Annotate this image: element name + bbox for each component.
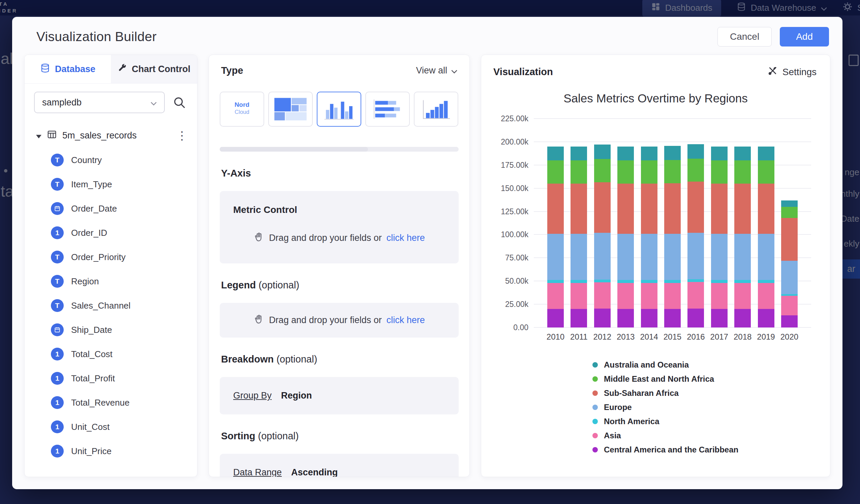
table-tree-item[interactable]: 5m_sales_records ⋮: [25, 120, 197, 148]
field-item-country[interactable]: TCountry: [25, 148, 197, 172]
bar-segment: [711, 283, 728, 309]
legend-item[interactable]: Europe: [592, 402, 830, 412]
collapse-caret-icon[interactable]: [36, 130, 41, 141]
field-item-region[interactable]: TRegion: [25, 269, 197, 293]
metric-control-title: Metric Control: [233, 204, 445, 215]
legend-item[interactable]: Central America and the Caribbean: [592, 445, 830, 455]
field-item-order_priority[interactable]: TOrder_Priority: [25, 245, 197, 269]
sorting-row[interactable]: Data Range Ascending: [220, 454, 459, 477]
legend-label: Central America and the Caribbean: [604, 445, 739, 455]
breakdown-group-by-row[interactable]: Group By Region: [220, 377, 459, 414]
field-label: Total_Cost: [71, 349, 113, 359]
add-button[interactable]: Add: [780, 27, 829, 46]
tools-icon: [768, 66, 778, 78]
drop-hint-text: Drag and drop your fields or: [269, 315, 382, 326]
field-item-unit_price[interactable]: 1Unit_Price: [25, 439, 197, 463]
drop-hint-text: Drag and drop your fields or: [269, 233, 382, 243]
bar-segment: [664, 146, 681, 160]
kebab-menu-icon[interactable]: ⋮: [176, 131, 188, 140]
bar-2013: [617, 146, 634, 328]
sorting-row-label[interactable]: Data Range: [233, 467, 282, 477]
metric-drop-zone[interactable]: Metric Control Drag and drop your fields…: [220, 191, 459, 263]
field-item-sales_channel[interactable]: TSales_Channel: [25, 293, 197, 318]
legend-item[interactable]: Asia: [592, 431, 830, 441]
legend-item[interactable]: North America: [592, 416, 830, 427]
number-type-icon: 1: [51, 226, 64, 239]
grouped-bar-chart-icon: [322, 97, 356, 121]
field-label: Order_Date: [71, 203, 117, 214]
view-all-dropdown[interactable]: View all: [416, 66, 457, 76]
field-item-ship_date[interactable]: Ship_Date: [25, 318, 197, 342]
chart-plot: [534, 119, 811, 328]
chart-type-grouped-bar-chart[interactable]: [317, 92, 361, 127]
bar-segment: [687, 282, 704, 308]
drag-hand-icon: [254, 314, 264, 327]
legend-drop-zone[interactable]: Drag and drop your fields or click here: [220, 303, 459, 337]
field-list: TCountryTItem_TypeOrder_Date1Order_IDTOr…: [25, 148, 197, 463]
search-button[interactable]: [173, 96, 186, 109]
bar-segment: [617, 146, 634, 160]
field-item-total_revenue[interactable]: 1Total_Revenue: [25, 390, 197, 415]
bar-2020: [781, 200, 798, 328]
field-item-total_cost[interactable]: 1Total_Cost: [25, 342, 197, 366]
chart-type-treemap-chart[interactable]: [268, 92, 313, 127]
bar-segment: [711, 234, 728, 280]
bar-segment: [734, 234, 751, 280]
bar-segment: [781, 261, 798, 294]
chart-type-stacked-horizontal-bar-chart[interactable]: [365, 92, 410, 127]
bar-segment: [758, 146, 774, 160]
scrollbar-thumb[interactable]: [220, 147, 368, 152]
modal-header: Visualization Builder Cancel Add: [12, 17, 843, 55]
bar-segment: [617, 234, 634, 280]
field-item-order_id[interactable]: 1Order_ID: [25, 221, 197, 245]
y-tick-label: 50.00k: [505, 277, 528, 286]
bar-segment: [758, 160, 774, 184]
y-tick-label: 25.00k: [505, 300, 528, 309]
bar-segment: [571, 184, 587, 234]
bar-segment: [641, 280, 658, 283]
y-tick-label: 0.00: [513, 323, 528, 332]
legend-item[interactable]: Australia and Oceania: [592, 360, 830, 370]
breakdown-label: Breakdown: [221, 354, 274, 364]
field-label: Order_ID: [71, 228, 107, 238]
x-tick-label: 2014: [641, 332, 658, 342]
settings-button[interactable]: Settings: [768, 66, 817, 78]
svg-text:Nord: Nord: [234, 101, 249, 108]
table-name: 5m_sales_records: [62, 130, 137, 141]
tab-chart-control-label: Chart Control: [132, 64, 190, 74]
group-by-value: Region: [281, 390, 312, 401]
stacked-horizontal-bar-chart-icon: [371, 97, 404, 121]
bar-segment: [617, 160, 634, 184]
field-item-item_type[interactable]: TItem_Type: [25, 172, 197, 197]
metric-click-here-link[interactable]: click here: [387, 233, 425, 243]
bar-segment: [711, 184, 728, 234]
bar-segment: [594, 279, 611, 282]
horizontal-scrollbar[interactable]: [220, 147, 459, 152]
bar-segment: [547, 146, 564, 160]
field-label: Ship_Date: [71, 325, 112, 335]
field-label: Total_Profit: [71, 373, 115, 384]
group-by-label[interactable]: Group By: [233, 390, 272, 401]
chart-type-word-cloud-chart[interactable]: NordCloud: [220, 92, 264, 127]
bar-2015: [664, 146, 681, 328]
bar-segment: [734, 309, 751, 328]
tab-database[interactable]: Database: [25, 55, 111, 83]
legend-item[interactable]: Middle East and North Africa: [592, 374, 830, 384]
field-item-unit_cost[interactable]: 1Unit_Cost: [25, 415, 197, 439]
cancel-button[interactable]: Cancel: [717, 27, 772, 46]
bar-segment: [547, 184, 564, 234]
field-item-total_profit[interactable]: 1Total_Profit: [25, 366, 197, 390]
field-item-order_date[interactable]: Order_Date: [25, 197, 197, 221]
field-label: Unit_Cost: [71, 422, 110, 432]
bar-segment: [758, 283, 774, 309]
legend-click-here-link[interactable]: click here: [387, 315, 425, 326]
database-icon: [40, 63, 50, 75]
bar-segment: [641, 283, 658, 309]
tab-chart-control[interactable]: Chart Control: [111, 55, 197, 83]
bar-segment: [781, 315, 798, 328]
database-select[interactable]: sampledb: [34, 92, 165, 113]
x-tick-label: 2020: [781, 332, 798, 342]
legend-dot: [592, 405, 598, 410]
chart-type-column-chart[interactable]: [414, 92, 458, 127]
legend-item[interactable]: Sub-Saharan Africa: [592, 388, 830, 398]
